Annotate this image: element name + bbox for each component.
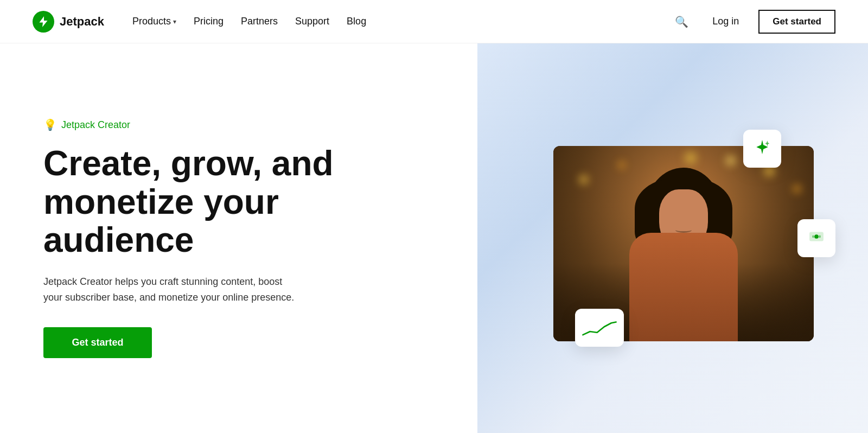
- smile: [675, 227, 692, 233]
- nav-pricing[interactable]: Pricing: [187, 11, 230, 31]
- sparkle-card: [743, 130, 781, 168]
- logo-text: Jetpack: [60, 15, 104, 29]
- nav-support[interactable]: Support: [289, 11, 336, 31]
- header: Jetpack Products ▾ Pricing Partners Supp…: [0, 0, 868, 43]
- bokeh-light: [793, 185, 801, 193]
- header-get-started-button[interactable]: Get started: [758, 10, 835, 34]
- sparkle-icon: [754, 138, 771, 160]
- nav-products[interactable]: Products ▾: [126, 11, 183, 31]
- svg-rect-2: [812, 235, 814, 238]
- chevron-down-icon: ▾: [173, 18, 176, 26]
- hero-section: 💡 Jetpack Creator Create, grow, and mone…: [0, 43, 868, 433]
- header-right: 🔍 Log in Get started: [671, 10, 835, 34]
- chart-card: [575, 309, 624, 347]
- hero-title: Create, grow, and monetize your audience: [43, 144, 369, 259]
- lightbulb-icon: 💡: [43, 118, 57, 131]
- bolt-icon: [37, 15, 50, 28]
- bokeh-light: [579, 175, 588, 184]
- badge-label: Jetpack Creator: [61, 119, 130, 131]
- nav-partners[interactable]: Partners: [234, 11, 284, 31]
- jetpack-logo-icon: [33, 11, 54, 33]
- search-button[interactable]: 🔍: [671, 11, 693, 33]
- hero-left: 💡 Jetpack Creator Create, grow, and mone…: [0, 43, 477, 433]
- main-nav: Products ▾ Pricing Partners Support Blog: [126, 11, 373, 31]
- hero-get-started-button[interactable]: Get started: [43, 327, 152, 358]
- money-card: [797, 219, 835, 257]
- hero-subtitle: Jetpack Creator helps you craft stunning…: [43, 274, 304, 305]
- hero-right: [477, 43, 868, 433]
- body: [629, 233, 738, 341]
- bokeh-light: [685, 152, 697, 164]
- woman-figure: [602, 168, 765, 341]
- search-icon: 🔍: [675, 16, 688, 28]
- growth-chart: [580, 314, 618, 341]
- svg-rect-3: [819, 235, 820, 238]
- nav-blog[interactable]: Blog: [340, 11, 373, 31]
- product-badge: 💡 Jetpack Creator: [43, 118, 434, 131]
- bokeh-light: [618, 162, 625, 168]
- logo[interactable]: Jetpack: [33, 11, 104, 33]
- hero-image-area: [542, 135, 825, 341]
- money-icon: [809, 231, 824, 246]
- bokeh-light: [726, 156, 736, 165]
- header-left: Jetpack Products ▾ Pricing Partners Supp…: [33, 11, 373, 33]
- login-button[interactable]: Log in: [704, 11, 748, 31]
- svg-point-1: [814, 234, 819, 239]
